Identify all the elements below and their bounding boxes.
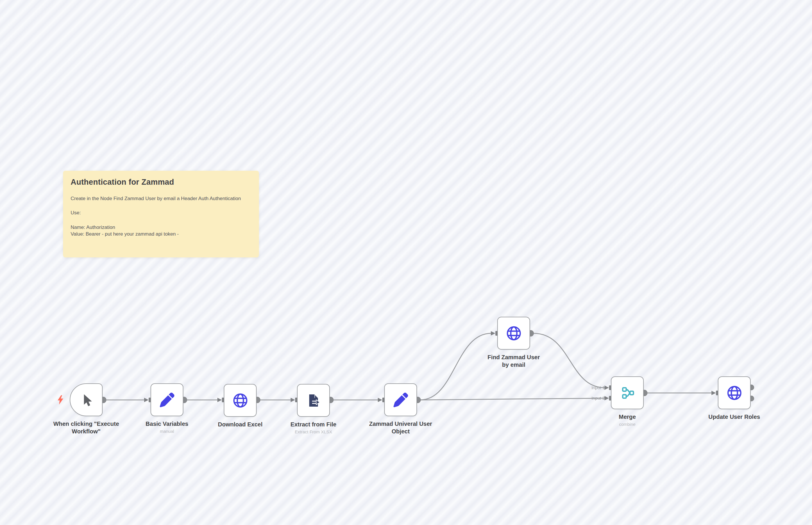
node-subtitle: Extract From XLSX — [276, 429, 351, 434]
node-label: Download Excel — [203, 421, 278, 429]
node-find-zammad-user-by-email: Find Zammad User by email — [497, 317, 530, 350]
arrowhead — [291, 398, 295, 402]
node-zammad-univeral-user-object: Zammad Univeral User Object — [384, 383, 417, 416]
node-label: When clicking "Execute Workflow" — [50, 420, 123, 435]
wire-find-user-to-merge-input1[interactable] — [534, 333, 605, 388]
arrowhead — [144, 398, 149, 402]
node-label: Update User Roles — [697, 413, 771, 421]
node-box-zammad-object[interactable] — [384, 383, 417, 416]
arrowhead — [712, 391, 716, 395]
arrowhead — [605, 396, 609, 401]
node-extract-from-file: Extract from File Extract From XLSX — [297, 384, 330, 417]
connections-layer — [0, 0, 812, 525]
workflow-canvas[interactable]: Authentication for Zammad Create in the … — [0, 0, 812, 525]
node-box-update-user-roles[interactable] — [718, 376, 751, 409]
node-label: Find Zammad User by email — [484, 354, 544, 369]
node-basic-variables: Basic Variables manual — [151, 383, 183, 416]
node-download-excel: Download Excel — [224, 384, 256, 417]
sticky-note-body-line: Create in the Node Find Zammad User by e… — [71, 195, 251, 202]
node-box-trigger[interactable] — [70, 383, 103, 416]
merge-input1-label: Input 1 — [561, 385, 605, 390]
pencil-icon — [393, 393, 408, 407]
node-label: Zammad Univeral User Object — [367, 420, 435, 435]
node-update-user-roles: Update User Roles — [718, 376, 751, 409]
node-box-find-zammad-user[interactable] — [497, 317, 530, 350]
merge-input2-label: Input 2 — [561, 395, 605, 401]
arrowhead — [378, 398, 382, 402]
sticky-note-title: Authentication for Zammad — [71, 178, 251, 187]
node-label: Extract from File — [276, 421, 351, 429]
node-box-merge[interactable] — [611, 376, 644, 409]
merge-icon — [620, 386, 635, 400]
cursor-icon — [79, 392, 94, 407]
node-box-extract-from-file[interactable] — [297, 384, 330, 417]
sticky-note-body-line: Name: Authorization — [71, 224, 251, 231]
node-box-download-excel[interactable] — [224, 384, 256, 417]
node-box-basic-variables[interactable] — [151, 383, 183, 416]
node-subtitle: combine — [590, 422, 665, 427]
node-label: Merge — [590, 413, 665, 421]
pencil-icon — [160, 393, 174, 407]
sticky-note-body-line: Value: Bearer - put here your zammad api… — [71, 231, 251, 237]
node-label: Basic Variables — [130, 420, 204, 428]
lightning-bolt-icon — [57, 395, 64, 405]
wire-zammad-object-to-find-user[interactable] — [420, 333, 491, 400]
globe-icon — [232, 392, 249, 409]
node-merge: Merge combine — [611, 376, 644, 409]
file-export-icon — [306, 393, 322, 408]
arrowhead — [605, 386, 609, 390]
node-subtitle: manual — [130, 429, 204, 434]
node-when-clicking-execute-workflow: When clicking "Execute Workflow" — [70, 383, 103, 416]
sticky-note-body-line: Use: — [71, 210, 251, 216]
sticky-note-authentication[interactable]: Authentication for Zammad Create in the … — [63, 171, 259, 257]
arrowhead — [217, 398, 222, 402]
globe-icon — [506, 325, 522, 342]
globe-icon — [726, 385, 743, 401]
arrowhead — [491, 331, 495, 336]
